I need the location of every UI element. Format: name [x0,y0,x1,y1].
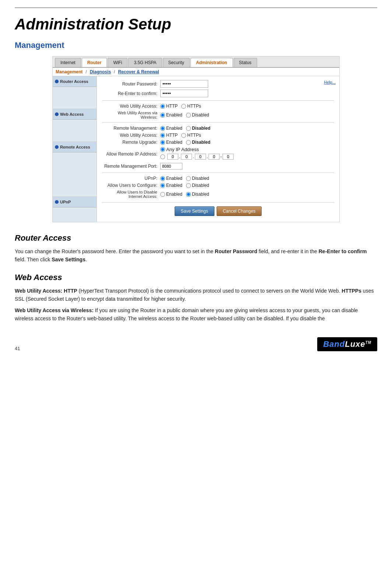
remote-mgmt-disabled[interactable]: Disabled [186,126,210,131]
remote-port-label: Remote Management Port: [102,164,157,169]
upnp-enabled[interactable]: Enabled [160,176,182,181]
remote-access-section: Remote Management: Enabled Disabled Web … [102,126,334,170]
router-password-input[interactable] [160,80,208,88]
bullet-router [55,80,59,83]
upnp-configure-row: Allow Users to Configure: Enabled Disabl… [102,183,334,188]
web-https-radio[interactable] [181,104,186,109]
any-ip-radio[interactable] [160,147,165,152]
reenter-password-row: Re-Enter to confirm: [102,90,334,97]
upnp-cfg-disabled-radio[interactable] [186,183,191,188]
specific-ip-radio[interactable] [160,154,165,159]
section-heading: Management [15,41,377,50]
tab-status[interactable]: Status [234,58,257,67]
remote-utility-label: Web Utility Access: [102,133,157,138]
brand-text: BandLuxeTM [323,339,371,349]
web-wireless-enabled-option[interactable]: Enabled [160,112,182,118]
specific-ip-row: . . . - [160,154,234,160]
upnp-internet-label: Allow Users to Disable Internet Access: [102,190,157,199]
upnp-label: UPnP: [102,176,157,181]
remote-upgrade-disabled[interactable]: Disabled [186,140,210,145]
tab-3g[interactable]: 3.5G HSPA [128,58,162,67]
divider-1 [102,100,334,101]
remote-upgrade-enabled[interactable]: Enabled [160,140,182,145]
ip-octet-2[interactable] [181,154,192,160]
panel-main: Help... Router Password: Re-Enter to con… [97,76,339,222]
router-access-text: You can change the Router's password her… [15,247,377,264]
web-wireless-radio-group: Enabled Disabled [160,112,209,118]
remote-management-label: Remote Management: [102,126,157,131]
router-access-heading: Router Access [15,233,377,243]
ip-field: . . . - [167,154,234,160]
nav-tabs: Internet Router WiFi 3.5G HSPA Security … [53,56,339,68]
tab-wifi[interactable]: WiFi [108,58,127,67]
upnp-cfg-enabled[interactable]: Enabled [160,183,182,188]
remote-upgrade-radio: Enabled Disabled [160,140,210,145]
ip-octet-4[interactable] [209,154,220,160]
remote-upgrade-disabled-radio[interactable] [186,140,191,145]
subnav-recover[interactable]: Recover & Renewal [118,69,159,74]
web-access-para2: Web Utility Access via Wireless: If you … [15,306,377,323]
sub-nav: Management / Diagnosis / Recover & Renew… [53,68,339,76]
remote-upgrade-enabled-radio[interactable] [160,140,165,145]
bullet-upnp [55,200,59,204]
upnp-cfg-disabled[interactable]: Disabled [186,183,209,188]
reenter-password-label: Re-Enter to confirm: [102,91,157,96]
reenter-password-input[interactable] [160,90,208,97]
ip-octet-3[interactable] [195,154,206,160]
page-title: Administration Setup [15,15,377,33]
help-link[interactable]: Help... [324,80,336,84]
web-wireless-label: Web Utility Access via Wireless: [102,111,157,119]
sidebar-upnp[interactable]: UPnP [53,197,97,207]
specific-ip-option[interactable] [160,154,165,159]
tab-internet[interactable]: Internet [55,58,81,67]
upnp-net-enabled-radio[interactable] [160,192,165,197]
router-panel: Internet Router WiFi 3.5G HSPA Security … [52,56,340,222]
subnav-management[interactable]: Management [56,69,83,74]
web-wireless-enabled-radio[interactable] [160,113,165,118]
upnp-net-enabled[interactable]: Enabled [160,192,182,197]
tab-security[interactable]: Security [163,58,190,67]
web-wireless-disabled-radio[interactable] [186,113,191,118]
upnp-net-disabled[interactable]: Disabled [186,192,209,197]
remote-management-radio: Enabled Disabled [160,126,210,131]
remote-https-radio[interactable] [181,133,186,138]
upnp-disabled[interactable]: Disabled [186,176,209,181]
ip-octet-5[interactable] [223,154,234,160]
subnav-diagnosis[interactable]: Diagnosis [90,69,111,74]
upnp-net-disabled-radio[interactable] [186,192,191,197]
web-https-option[interactable]: HTTPs [181,104,201,109]
cancel-button[interactable]: Cancel Changes [217,206,262,216]
web-utility-access-row: Web Utility Access: HTTP HTTPs [102,104,334,109]
remote-mgmt-enabled-radio[interactable] [160,126,165,131]
upnp-cfg-enabled-radio[interactable] [160,183,165,188]
web-http-radio[interactable] [160,104,165,109]
sidebar-router-access[interactable]: Router Access [53,76,97,87]
divider-3 [102,172,334,173]
tab-administration[interactable]: Administration [190,58,233,67]
upnp-disabled-radio[interactable] [186,176,191,181]
web-access-heading: Web Access [15,273,377,282]
remote-http-radio[interactable] [160,133,165,138]
remote-mgmt-disabled-radio[interactable] [186,126,191,131]
upnp-row: UPnP: Enabled Disabled [102,176,334,181]
web-wireless-disabled-option[interactable]: Disabled [186,112,209,118]
save-button[interactable]: Save Settings [175,206,214,216]
buttons-row: Save Settings Cancel Changes [102,202,334,218]
sidebar-remote-access[interactable]: Remote Access [53,142,97,153]
remote-http-option[interactable]: HTTP [160,133,178,138]
sidebar-web-access[interactable]: Web Access [53,109,97,120]
web-http-option[interactable]: HTTP [160,104,178,109]
tab-router[interactable]: Router [82,58,107,67]
remote-upgrade-label: Remote Upgrade: [102,140,157,145]
any-ip-option[interactable]: Any IP Address [160,147,199,152]
remote-management-row: Remote Management: Enabled Disabled [102,126,334,131]
ip-octet-1[interactable] [167,154,178,160]
remote-port-input[interactable] [160,163,182,170]
web-utility-radio-group: HTTP HTTPs [160,104,201,109]
upnp-configure-radio: Enabled Disabled [160,183,209,188]
remote-mgmt-enabled[interactable]: Enabled [160,126,182,131]
router-access-section: Router Password: Re-Enter to confirm: [102,80,334,97]
upnp-internet-row: Allow Users to Disable Internet Access: … [102,190,334,199]
upnp-enabled-radio[interactable] [160,176,165,181]
remote-https-option[interactable]: HTTPs [181,133,201,138]
